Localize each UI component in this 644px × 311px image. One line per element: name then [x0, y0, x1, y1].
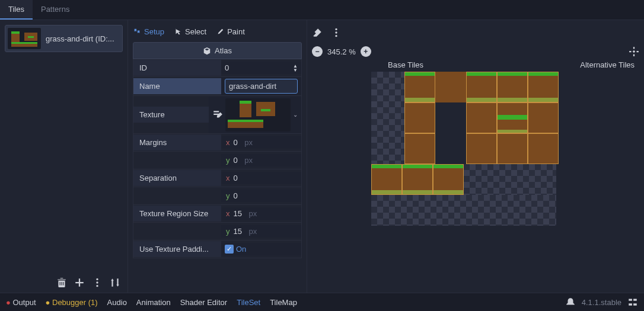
svg-point-4 — [335, 31, 337, 33]
select-icon — [174, 28, 182, 36]
atlas-item-label: grass-and-dirt (ID:... — [46, 34, 120, 43]
kebab-menu-icon[interactable] — [92, 277, 103, 288]
texture-preview[interactable] — [225, 98, 291, 132]
spin-down-icon[interactable]: ▼ — [293, 68, 298, 72]
sort-icon[interactable] — [110, 277, 120, 288]
texture-label: Texture — [133, 107, 209, 123]
sep-x-field[interactable]: x0 — [221, 172, 301, 184]
setup-icon — [133, 28, 141, 36]
padding-checkbox[interactable]: ✓ — [225, 245, 234, 254]
margins-y-field[interactable]: y0 px — [221, 154, 301, 166]
name-input[interactable] — [225, 79, 298, 94]
cube-icon — [203, 47, 211, 55]
svg-point-2 — [96, 285, 98, 287]
check-icon: ✓ — [227, 245, 232, 253]
chevron-down-icon[interactable]: ⌄ — [293, 111, 298, 118]
svg-point-0 — [96, 278, 98, 280]
layout-toggle-icon[interactable] — [627, 297, 638, 307]
base-tiles-header: Base Tiles — [312, 60, 499, 69]
region-label: Texture Region Size — [133, 206, 221, 222]
margins-label: Margins — [133, 134, 221, 150]
bottom-shader[interactable]: Shader Editor — [180, 298, 228, 307]
kebab-menu-icon[interactable] — [331, 27, 342, 38]
bottom-animation[interactable]: Animation — [136, 298, 171, 307]
bottom-tilemap[interactable]: TileMap — [270, 298, 297, 307]
padding-on-text: On — [236, 245, 246, 254]
padding-label: Use Texture Paddi... — [133, 241, 221, 257]
alt-tiles-header: Alternative Tiles — [499, 60, 639, 69]
separation-label: Separation — [133, 170, 221, 186]
eraser-icon[interactable] — [312, 27, 323, 38]
zoom-level[interactable]: 345.2 % — [327, 47, 356, 56]
atlas-thumbnail — [8, 28, 41, 49]
tile-viewer[interactable] — [312, 72, 639, 288]
sep-y-field[interactable]: y0 — [221, 190, 301, 202]
zoom-out-button[interactable]: − — [312, 46, 323, 57]
bottom-debugger[interactable]: ● Debugger (1) — [46, 298, 98, 307]
id-spinner[interactable]: 0 ▲▼ — [221, 62, 301, 74]
mode-setup[interactable]: Setup — [133, 27, 164, 36]
region-x-field[interactable]: x15 px — [221, 207, 301, 220]
paint-icon — [216, 28, 224, 36]
bottom-tileset[interactable]: TileSet — [237, 298, 260, 307]
region-y-field[interactable]: y15 px — [221, 225, 301, 238]
notification-icon[interactable] — [565, 297, 576, 307]
svg-point-3 — [335, 28, 337, 30]
tab-patterns[interactable]: Patterns — [33, 0, 78, 20]
svg-point-5 — [335, 35, 337, 37]
mode-select[interactable]: Select — [174, 27, 206, 36]
atlas-section-header: Atlas — [133, 42, 302, 59]
tab-tiles[interactable]: Tiles — [0, 0, 33, 20]
name-label: Name — [133, 78, 221, 94]
delete-icon[interactable] — [56, 277, 67, 288]
mode-paint[interactable]: Paint — [216, 27, 245, 36]
svg-point-1 — [96, 281, 98, 283]
margins-x-field[interactable]: x0 px — [221, 136, 301, 149]
edit-resource-icon[interactable] — [212, 110, 223, 120]
atlas-list-item[interactable]: grass-and-dirt (ID:... — [5, 25, 123, 52]
bottom-audio[interactable]: Audio — [107, 298, 127, 307]
zoom-in-button[interactable]: + — [361, 46, 371, 57]
bottom-output[interactable]: ● Output — [6, 298, 36, 307]
version-text: 4.1.1.stable — [582, 298, 621, 307]
center-view-icon[interactable] — [629, 46, 639, 57]
id-label: ID — [133, 60, 221, 76]
add-icon[interactable] — [74, 277, 85, 288]
